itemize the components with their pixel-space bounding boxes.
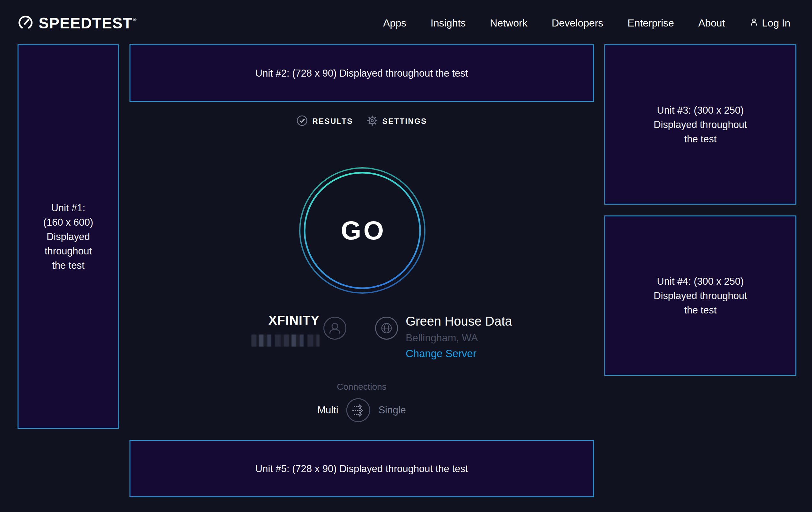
user-icon [749, 17, 759, 29]
ad-unit-1-line: Unit #1: [51, 201, 85, 215]
ad-unit-1-line: the test [52, 258, 85, 273]
ad-unit-2-line: Unit #2: (728 x 90) Displayed throughout… [256, 66, 468, 80]
connections-multi-option[interactable]: Multi [317, 404, 338, 416]
ad-unit-3: Unit #3: (300 x 250) Displayed throughou… [604, 44, 796, 205]
check-circle-icon [296, 115, 308, 128]
nav-item-developers[interactable]: Developers [552, 17, 603, 29]
speedometer-icon [18, 15, 33, 32]
top-nav: Apps Insights Network Developers Enterpr… [383, 17, 790, 29]
gear-icon [367, 115, 378, 128]
nav-item-enterprise[interactable]: Enterprise [628, 17, 674, 29]
server-block: Green House Data Bellingham, WA Change S… [406, 314, 512, 360]
isp-block: XFINITY [245, 313, 320, 347]
nav-item-about[interactable]: About [698, 17, 725, 29]
nav-item-insights[interactable]: Insights [431, 17, 466, 29]
speedtest-logo[interactable]: SPEEDTEST® [18, 15, 136, 32]
ad-unit-1-line: throughout [45, 244, 92, 258]
ad-unit-5-line: Unit #5: (728 x 90) Displayed throughout… [256, 462, 468, 476]
ad-unit-1-line: (160 x 600) [44, 215, 93, 230]
nav-item-network[interactable]: Network [490, 17, 527, 29]
connections-single-option[interactable]: Single [379, 404, 406, 416]
server-location: Bellingham, WA [406, 332, 512, 344]
ad-unit-1-line: Displayed [47, 230, 90, 244]
logo-wordmark: SPEEDTEST® [38, 15, 136, 32]
isp-name[interactable]: XFINITY [245, 313, 320, 327]
user-circle-icon[interactable] [323, 316, 347, 341]
tab-results[interactable]: RESULTS [296, 115, 353, 128]
go-button[interactable]: GO [298, 167, 426, 294]
ad-unit-4: Unit #4: (300 x 250) Displayed throughou… [604, 215, 796, 376]
results-settings-tabs: RESULTS SETTINGS [296, 115, 427, 128]
connections-block: Connections Multi Single [317, 382, 406, 423]
isp-detail-redacted [251, 334, 320, 347]
tab-settings[interactable]: SETTINGS [367, 115, 427, 128]
ad-unit-3-line: the test [684, 132, 717, 146]
connections-label: Connections [317, 382, 406, 392]
login-button[interactable]: Log In [749, 17, 790, 29]
ad-unit-3-line: Displayed throughout [654, 117, 747, 132]
ad-unit-4-line: Unit #4: (300 x 250) [657, 274, 744, 289]
login-label: Log In [762, 17, 790, 29]
ad-unit-4-line: the test [684, 303, 717, 317]
ad-unit-4-line: Displayed throughout [654, 289, 747, 303]
ad-unit-3-line: Unit #3: (300 x 250) [657, 103, 744, 117]
header: SPEEDTEST® Apps Insights Network Develop… [0, 0, 812, 46]
connections-toggle-row: Multi Single [317, 398, 406, 423]
ad-unit-5: Unit #5: (728 x 90) Displayed throughout… [129, 440, 594, 497]
logo-trademark: ® [133, 17, 137, 22]
globe-icon[interactable] [375, 316, 398, 341]
ad-unit-2: Unit #2: (728 x 90) Displayed throughout… [129, 44, 594, 102]
tab-settings-label: SETTINGS [382, 117, 427, 126]
tab-results-label: RESULTS [312, 117, 353, 126]
change-server-link[interactable]: Change Server [406, 348, 512, 360]
go-button-label: GO [298, 167, 426, 294]
ad-unit-1: Unit #1: (160 x 600) Displayed throughou… [18, 44, 119, 429]
server-name: Green House Data [406, 314, 512, 328]
multi-connection-toggle-icon[interactable] [346, 398, 371, 423]
nav-item-apps[interactable]: Apps [383, 17, 406, 29]
